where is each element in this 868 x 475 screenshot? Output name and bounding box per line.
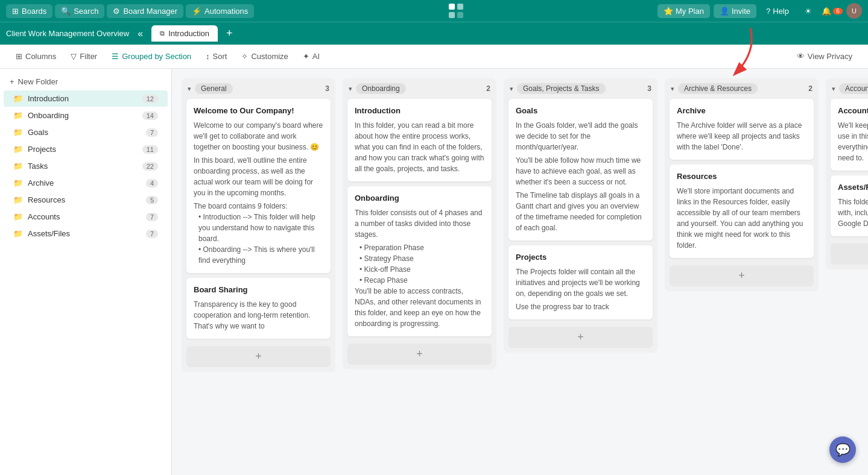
view-privacy-label: View Privacy [808,52,852,61]
filter-button[interactable]: ▽ Filter [65,49,103,64]
card-body: In the Goals folder, we'll add the goals… [516,120,645,233]
card-title: Resources [677,172,806,181]
columns-icon: ⊞ [16,52,22,61]
card-title: Goals [516,106,645,115]
ai-label: AI [312,52,320,61]
ai-button[interactable]: ✦ AI [297,49,326,64]
tab-label: Introduction [168,29,209,38]
ai-icon: ✦ [303,52,309,61]
search-label: Search [74,7,98,16]
card: Board Sharing Transparency is the key to… [186,278,331,339]
my-plan-button[interactable]: ⭐ My Plan [657,4,710,18]
add-card-button[interactable]: + [347,344,492,365]
folder-icon: 📁 [13,229,23,238]
column-count: 2 [486,84,490,93]
customize-icon: ✧ [241,52,248,61]
tab-container: ⧉ Introduction [151,25,218,42]
sort-button[interactable]: ↕ Sort [200,49,233,64]
sidebar-item-left: 📁 Goals [13,128,48,137]
new-folder-button[interactable]: + New Folder [0,74,171,90]
invite-label: Invite [732,7,750,16]
sidebar-item-count: 11 [142,145,158,154]
top-nav: ⊞ Boards 🔍 Search ⚙ Board Manager ⚡ Auto… [0,0,868,22]
sidebar: + New Folder 📁 Introduction 12 📁 Onboard… [0,69,172,475]
sidebar-item-count: 7 [146,230,158,238]
card: Resources We'll store important document… [670,165,814,258]
sidebar-item-left: 📁 Archive [13,178,54,187]
logo-svg [446,1,466,20]
sidebar-items: 📁 Introduction 12 📁 Onboarding 14 📁 Goal… [0,90,171,242]
chevron-down-icon[interactable]: ▾ [832,85,835,93]
notifications-area[interactable]: 🔔 6 [822,7,843,16]
sidebar-item-left: 📁 Projects [13,145,56,154]
chat-button[interactable]: 💬 [829,436,856,463]
breadcrumb-title: Client Work Management Overview [6,29,129,38]
sidebar-item-accounts[interactable]: 📁 Accounts 7 [4,209,168,225]
automations-button[interactable]: ⚡ Automations [186,4,254,18]
search-button[interactable]: 🔍 Search [55,4,104,18]
help-button[interactable]: ? Help [760,4,795,18]
sidebar-item-count: 7 [146,128,158,137]
automations-label: Automations [204,7,248,16]
collapse-sidebar-button[interactable]: « [134,27,147,40]
card: Welcome to Our Company! Welcome to our c… [186,99,331,273]
sort-icon: ↕ [206,52,210,61]
sidebar-item-label: Accounts [28,212,60,221]
columns-button[interactable]: ⊞ Columns [10,49,62,64]
toolbar: ⊞ Columns ▽ Filter ☰ Grouped by Section … [0,45,868,69]
board-manager-button[interactable]: ⚙ Board Manager [107,4,183,18]
sun-icon: ☀ [805,7,812,16]
folder-icon: 📁 [13,145,23,154]
add-card-button[interactable]: + [508,327,653,348]
svg-rect-1 [457,4,463,10]
column-tag: Goals, Projects & Tasks [517,83,606,94]
sidebar-item-left: 📁 Tasks [13,162,48,171]
invite-button[interactable]: 👤 Invite [714,4,756,18]
my-plan-label: My Plan [676,7,704,16]
sidebar-item-introduction[interactable]: 📁 Introduction 12 [4,90,168,107]
sidebar-item-goals[interactable]: 📁 Goals 7 [4,124,168,140]
customize-button[interactable]: ✧ Customize [235,49,294,64]
column-cards: Archive The Archive folder will serve as… [665,99,819,263]
add-card-button[interactable]: + [831,244,868,265]
avatar[interactable]: U [846,3,862,19]
view-privacy-button[interactable]: 👁 View Privacy [791,49,858,64]
card-title: Projects [516,253,645,262]
column-tag: Onboarding [356,83,406,94]
card: Goals In the Goals folder, we'll add the… [508,99,653,241]
sidebar-item-label: Introduction [28,94,69,103]
chevron-down-icon[interactable]: ▾ [188,85,191,93]
sidebar-item-assets-files[interactable]: 📁 Assets/Files 7 [4,225,168,242]
notifications-badge: 6 [833,8,843,14]
card-body: We'll keep all pass emails to differen u… [838,120,868,163]
card-body: The Projects folder will contain all the… [516,266,645,312]
card-body: This folder makes manage any files with,… [838,197,868,229]
tab-icon: ⧉ [160,30,165,37]
settings-button[interactable]: ☀ [799,4,818,18]
board-manager-label: Board Manager [123,7,177,16]
sidebar-item-label: Archive [28,178,54,187]
chevron-down-icon[interactable]: ▾ [671,85,674,93]
introduction-tab[interactable]: ⧉ Introduction [151,25,218,42]
board-content: ▾ General 3 Welcome to Our Company! Welc… [172,69,868,475]
add-card-button[interactable]: + [186,346,331,367]
sidebar-item-archive[interactable]: 📁 Archive 4 [4,175,168,191]
sidebar-item-count: 14 [142,112,158,120]
sidebar-item-projects[interactable]: 📁 Projects 11 [4,141,168,157]
chevron-down-icon[interactable]: ▾ [349,85,352,93]
sidebar-item-resources[interactable]: 📁 Resources 5 [4,192,168,208]
sidebar-item-count: 12 [142,95,158,103]
add-tab-button[interactable]: + [223,26,236,41]
card: Assets/Files This folder makes manage an… [831,175,868,236]
eye-icon: 👁 [797,52,805,61]
column-tag: Archive & Resources [678,83,758,94]
column-cards: Accounts We'll keep all pass emails to d… [826,99,868,241]
add-card-button[interactable]: + [670,265,814,286]
boards-button[interactable]: ⊞ Boards [6,4,52,18]
sidebar-item-onboarding[interactable]: 📁 Onboarding 14 [4,107,168,124]
chevron-down-icon[interactable]: ▾ [510,85,513,93]
card-body: In this folder, you can read a bit more … [355,120,484,174]
sidebar-item-tasks[interactable]: 📁 Tasks 22 [4,158,168,174]
grouped-by-section-button[interactable]: ☰ Grouped by Section [106,49,197,64]
customize-label: Customize [251,52,288,61]
